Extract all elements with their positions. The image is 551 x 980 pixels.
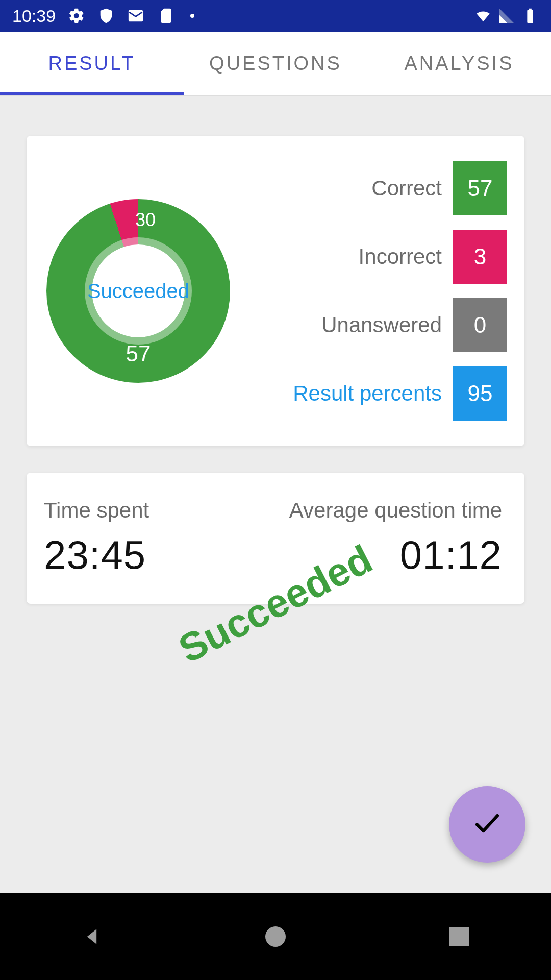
stat-correct: Correct 57	[238, 161, 507, 215]
status-bar: 10:39	[0, 0, 551, 32]
stat-incorrect-label: Incorrect	[359, 244, 442, 269]
stats-list: Correct 57 Incorrect 3 Unanswered 0 Resu…	[233, 161, 507, 421]
donut-center-label: Succeeded	[87, 280, 189, 303]
stat-unanswered-value: 0	[453, 298, 507, 352]
donut-chart: Succeeded 57 30	[44, 161, 233, 421]
status-dot-icon	[190, 14, 194, 18]
nav-recent-button[interactable]	[444, 921, 474, 952]
tab-analysis-label: ANALYSIS	[404, 53, 514, 75]
gear-icon	[68, 7, 85, 24]
stat-percent-value: 95	[453, 366, 507, 421]
nav-home-button[interactable]	[260, 921, 291, 952]
check-icon	[472, 808, 503, 841]
time-spent-col: Time spent 23:45	[44, 498, 273, 578]
done-button[interactable]	[449, 786, 525, 863]
stat-percent-label: Result percents	[293, 381, 442, 406]
time-spent-label: Time spent	[44, 498, 273, 523]
tab-result-label: RESULT	[48, 53, 135, 75]
time-average-label: Average question time	[289, 498, 502, 523]
time-spent-value: 23:45	[44, 532, 273, 578]
donut-ring: Succeeded 57 30	[46, 199, 230, 383]
stat-unanswered-label: Unanswered	[321, 313, 442, 337]
signal-icon	[498, 7, 515, 24]
donut-correct-value: 57	[126, 341, 151, 366]
time-average-value: 01:12	[400, 532, 502, 578]
stat-percent: Result percents 95	[238, 366, 507, 421]
stat-incorrect-value: 3	[453, 230, 507, 284]
tab-questions[interactable]: QUESTIONS	[184, 32, 367, 95]
mail-icon	[127, 7, 144, 24]
stat-correct-label: Correct	[371, 176, 442, 201]
stat-correct-value: 57	[453, 161, 507, 215]
android-nav-bar	[0, 893, 551, 980]
nav-back-button[interactable]	[77, 921, 107, 952]
tab-analysis[interactable]: ANALYSIS	[367, 32, 551, 95]
status-time: 10:39	[12, 6, 56, 26]
stat-incorrect: Incorrect 3	[238, 230, 507, 284]
tab-result[interactable]: RESULT	[0, 32, 184, 95]
wifi-icon	[474, 7, 492, 24]
donut-center: Succeeded	[85, 237, 192, 345]
stat-unanswered: Unanswered 0	[238, 298, 507, 352]
status-right	[474, 7, 539, 24]
shield-icon	[97, 7, 115, 24]
battery-icon	[521, 7, 539, 24]
sd-card-icon	[157, 7, 174, 24]
content: Succeeded 57 30 Correct 57 Incorrect 3 U…	[0, 96, 551, 893]
status-left: 10:39	[12, 6, 194, 26]
donut-incorrect-value: 30	[135, 209, 156, 231]
tab-bar: RESULT QUESTIONS ANALYSIS	[0, 32, 551, 96]
tab-questions-label: QUESTIONS	[209, 53, 342, 75]
result-summary-card: Succeeded 57 30 Correct 57 Incorrect 3 U…	[27, 136, 524, 446]
